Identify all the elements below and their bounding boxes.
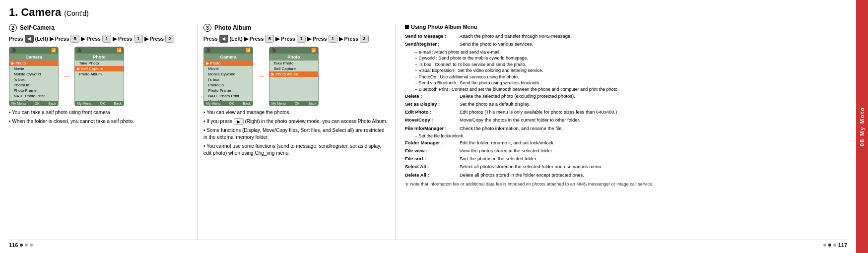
row-delete: Delete : Delete the selected photo (excl… (405, 93, 847, 100)
label-set-display: Set as Display : (405, 101, 460, 108)
menu3-selfcapture: Self Capture (269, 66, 318, 71)
section3-screens: 🎥📶 Camera ▶ Photo Movie Mobile Cyworld i… (203, 47, 390, 106)
screen2-2-bottom: My MenuOKBack (75, 101, 124, 106)
menu3-takephoto: Take Photo (269, 61, 318, 66)
arrow3: ▶ (144, 36, 148, 42)
press-label: (Left) ▶ Press (35, 36, 69, 42)
subitem-bluetooth: – Send via Bluetooth : Send the photo us… (405, 80, 847, 86)
row-send-register: Send/Register : Send the photo to variou… (405, 41, 847, 48)
menu3-photo: ▶ Photo (204, 61, 253, 66)
menu-movie: Movie (9, 66, 58, 71)
arr3-3: ▶ (339, 36, 343, 42)
screen2-1: 🎥📶 Camera ▶ Photo Movie Mobile Cyworld i… (9, 47, 59, 106)
arr1-3: ▶ (275, 36, 279, 42)
subitem-btprint: – Bluetooth Print : Connect and set the … (405, 86, 847, 93)
menu-photoon: PhotoOn (9, 82, 58, 88)
press2-3: Press (281, 36, 295, 42)
menu3-nate: NATE Photo Print (204, 93, 253, 99)
section3-press-row: Press ◀ (Left) ▶ Press 5 ▶ Press 1 ▶ Pre… (203, 35, 390, 43)
arrow1: ▶ (81, 36, 85, 42)
dot1 (20, 244, 23, 247)
bullet3-3: • Some functions (Display, Move/Copy fil… (203, 127, 390, 141)
menu-isbox: i's box (9, 77, 58, 82)
section2-title: Self-Camera (20, 24, 55, 31)
left-label3: (Left) ▶ Press (230, 36, 264, 42)
value-folder-manager: Edit the folder, rename it, and set lock… (460, 139, 847, 146)
row-deleteall: Delete All : Delete all photos stored in… (405, 172, 847, 179)
menu3-photoframe: Photo Frame (204, 88, 253, 93)
key1a-3[interactable]: 1 (297, 35, 306, 43)
value-set-display: Set the photo as a default display. (460, 101, 847, 108)
key1a[interactable]: 1 (102, 35, 111, 43)
screen3-2: 🎥📶 Photo Take Photo Self Capture ▶ Photo… (269, 47, 319, 106)
arr2-3: ▶ (307, 36, 311, 42)
section3-title: Photo Album (214, 24, 251, 31)
key5[interactable]: 5 (70, 35, 79, 43)
key2[interactable]: 2 (165, 35, 174, 43)
key1b-3[interactable]: 1 (329, 35, 337, 43)
screen3-2-bottom: My MenuOKBack (269, 101, 318, 106)
row-fileinfo: File Info/Manager : Check the photo info… (405, 125, 847, 132)
value-movecopy: Move/Copy the photos in the current fold… (460, 117, 847, 124)
key3[interactable]: 3 (360, 35, 369, 43)
label-deleteall: Delete All : (405, 172, 460, 179)
key5-3[interactable]: 5 (265, 35, 274, 43)
key1b[interactable]: 1 (134, 35, 143, 43)
label-send-message: Send to Message : (405, 33, 460, 40)
using-menu-label: Using Photo Album Menu (411, 24, 477, 30)
screen2-1-header: 🎥📶 (9, 47, 58, 54)
section3-number: 3 (203, 24, 211, 32)
section3-label: 3 Photo Album (203, 24, 390, 32)
row-set-display: Set as Display : Set the photo as a defa… (405, 101, 847, 108)
two-column-layout: 2 Self-Camera Press ◀ (Left) ▶ Press 5 ▶… (9, 24, 847, 240)
press4: Press (150, 36, 164, 42)
dot5 (828, 244, 831, 247)
page-footer: 116 117 (9, 240, 847, 249)
page-num-right: 117 (823, 242, 847, 248)
screen3-1-title: Camera (204, 54, 253, 61)
value-selectall: Select all photos stored in the selected… (460, 163, 847, 170)
label-fileinfo: File Info/Manager : (405, 125, 460, 132)
label-folder-manager: Folder Manager : (405, 139, 460, 146)
left-key3[interactable]: ◀ (219, 35, 228, 43)
value-edit-photo: Edit photos (This menu is only available… (460, 109, 847, 116)
label-send-register: Send/Register : (405, 41, 460, 48)
menu-photo: ▶ Photo (9, 61, 58, 66)
subitem-email: – e-mail : Attach photo and send via e-m… (405, 49, 847, 56)
square-bullet-icon (405, 25, 409, 29)
screen2-2-header: 🎥📶 (75, 47, 124, 54)
label-selectall: Select All : (405, 163, 460, 170)
dot2 (25, 244, 28, 247)
label-delete: Delete : (405, 93, 460, 100)
screen2-2-title: Photo (75, 54, 124, 61)
menu-photoframe: Photo Frame (9, 88, 58, 93)
right-key-inline[interactable]: ▶ (234, 118, 244, 125)
screen2-1-title: Camera (9, 54, 58, 61)
screen2-1-bottom: My MenuOKBack (9, 101, 58, 106)
left-key[interactable]: ◀ (25, 35, 34, 43)
menu3-movie: Movie (204, 66, 253, 71)
value-fileinfo: Check the photo information, and rename … (460, 125, 847, 132)
row-fileview: File view : View the photos stored in th… (405, 147, 847, 154)
row-send-message: Send to Message : Attach the photo and t… (405, 33, 847, 40)
menu-photoalbum: Photo Album (75, 71, 124, 77)
menu3-cyworld: Mobile Cyworld (204, 71, 253, 77)
menu3-isbox: i's box (204, 77, 253, 82)
menu-nate: NATE Photo Print (9, 93, 58, 99)
menu-table: Send to Message : Attach the photo and t… (405, 33, 847, 179)
row-selectall: Select All : Select all photos stored in… (405, 163, 847, 170)
page-title: 1. Camera (Cont'd) (9, 6, 847, 19)
arrow-between-screens3: → (257, 72, 265, 81)
label-movecopy: Move/Copy : (405, 117, 460, 124)
section2-number: 2 (9, 24, 17, 32)
row-filesort: File sort : Sort the photos in the selec… (405, 155, 847, 162)
screen3-1-header: 🎥📶 (204, 47, 253, 54)
value-fileview: View the photos stored in the selected f… (460, 147, 847, 154)
row-movecopy: Move/Copy : Move/Copy the photos in the … (405, 117, 847, 124)
subitem-cyworld: – Cyworld : Send photo to the mobile cyw… (405, 55, 847, 62)
photo-album-section: 3 Photo Album Press ◀ (Left) ▶ Press 5 ▶… (198, 24, 396, 240)
subtitle-text: (Cont'd) (64, 9, 88, 17)
main-content: 1. Camera (Cont'd) 2 Self-Camera Press ◀… (0, 0, 856, 253)
bullet3-2: • If you press ▶ (Right) in the photo pr… (203, 118, 390, 125)
menu3-photoalbum: ▶ Photo Album (269, 71, 318, 77)
